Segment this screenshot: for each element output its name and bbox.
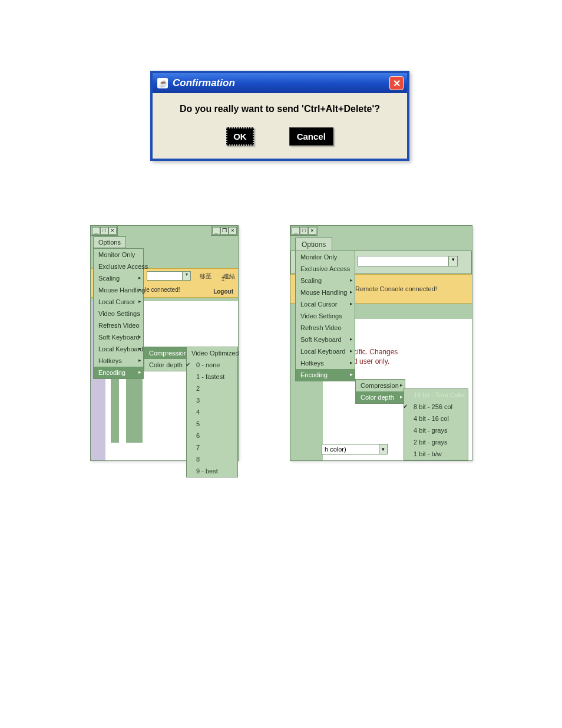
dialog-titlebar[interactable]: ☕ Confirmation ✕: [153, 73, 407, 93]
dialog-button-row: OK Cancel: [226, 127, 333, 146]
menu-monitor-only[interactable]: Monitor Only: [94, 249, 143, 261]
minimize-icon[interactable]: _: [292, 227, 300, 235]
menu-exclusive-access[interactable]: Exclusive Access: [296, 263, 355, 275]
options-menu: Monitor Only Exclusive Access Scaling Mo…: [295, 251, 355, 381]
menu-color-depth[interactable]: Color depth: [356, 391, 405, 403]
check-icon: ✔: [186, 361, 190, 368]
options-menu: Monitor Only Exclusive Access Scaling Mo…: [93, 248, 144, 379]
cd-4bit-16[interactable]: 4 bit - 16 col: [404, 413, 468, 424]
cd-8bit[interactable]: ✔8 bit - 256 col: [404, 401, 468, 413]
compression-submenu: Video Optimized ✔0 - none 1 - fastest 2 …: [186, 347, 238, 477]
options-panel-compression: _ □ × _ ❐ × Options ▾ 移至 連結 le connected…: [90, 225, 239, 461]
options-button[interactable]: Options: [295, 238, 332, 252]
close-icon[interactable]: ✕: [389, 76, 404, 90]
compression-0[interactable]: ✔0 - none: [187, 359, 237, 371]
menu-refresh-video[interactable]: Refresh Video: [94, 319, 143, 331]
menu-compression[interactable]: Compression: [356, 380, 405, 391]
compression-8[interactable]: 8: [187, 453, 237, 465]
menu-exclusive-access[interactable]: Exclusive Access: [94, 261, 143, 272]
close-icon[interactable]: ×: [108, 227, 117, 235]
colordepth-submenu: 16 bit - True Color ✔8 bit - 256 col 4 b…: [404, 388, 468, 460]
menu-mouse-handling[interactable]: Mouse Handling: [94, 284, 143, 296]
compression-4[interactable]: 4: [187, 406, 237, 418]
check-icon: ✔: [403, 403, 408, 410]
compression-5[interactable]: 5: [187, 418, 237, 430]
menu-hotkeys[interactable]: Hotkeys: [296, 357, 355, 369]
ok-button[interactable]: OK: [226, 127, 254, 146]
dialog-body: Do you really want to send 'Ctrl+Alt+Del…: [153, 93, 407, 159]
address-dropdown[interactable]: ▾: [147, 271, 191, 281]
maximize-icon[interactable]: □: [300, 227, 308, 235]
warning-note: cific. Changes d user only.: [353, 347, 398, 366]
close-icon[interactable]: ×: [308, 227, 316, 235]
compression-2[interactable]: 2: [187, 383, 237, 394]
status-connected: le connected!: [145, 286, 180, 293]
window-controls-right: _ ❐ ×: [211, 226, 238, 236]
menu-monitor-only[interactable]: Monitor Only: [296, 251, 355, 263]
restore-icon[interactable]: ❐: [220, 227, 229, 235]
dialog-title: Confirmation: [173, 77, 235, 89]
chevron-down-icon[interactable]: ▾: [182, 272, 190, 280]
dialog-message: Do you really want to send 'Ctrl+Alt+Del…: [180, 104, 380, 114]
logout-icon[interactable]: ↥: [218, 275, 227, 283]
cd-16bit: 16 bit - True Color: [404, 389, 468, 401]
minimize-icon[interactable]: _: [92, 227, 100, 235]
menu-scaling[interactable]: Scaling: [296, 275, 355, 286]
menu-soft-keyboard[interactable]: Soft Keyboard: [296, 334, 355, 345]
maximize-icon[interactable]: □: [100, 227, 108, 235]
java-icon: ☕: [157, 78, 168, 88]
cd-1bit-bw[interactable]: 1 bit - b/w: [404, 448, 468, 460]
cd-2bit-gray[interactable]: 2 bit - grays: [404, 436, 468, 448]
address-dropdown[interactable]: ▾: [358, 256, 458, 266]
window-controls: _ □ ×: [290, 226, 318, 236]
menu-local-cursor[interactable]: Local Cursor: [296, 298, 355, 310]
encoding-submenu: Compression Color depth: [355, 379, 405, 404]
compression-7[interactable]: 7: [187, 442, 237, 453]
menu-hotkeys[interactable]: Hotkeys: [94, 355, 143, 367]
color-select[interactable]: h color) ▾: [322, 444, 388, 454]
menu-scaling[interactable]: Scaling: [94, 272, 143, 284]
menu-video-settings[interactable]: Video Settings: [296, 310, 355, 322]
menu-video-settings[interactable]: Video Settings: [94, 308, 143, 319]
chevron-down-icon[interactable]: ▾: [379, 444, 387, 454]
compression-header[interactable]: Video Optimized: [187, 347, 237, 359]
compression-6[interactable]: 6: [187, 430, 237, 442]
logout-link[interactable]: Logout: [213, 288, 233, 295]
menu-local-keyboard[interactable]: Local Keyboard: [296, 345, 355, 357]
menu-local-keyboard[interactable]: Local Keyboard: [94, 343, 143, 355]
compression-1[interactable]: 1 - fastest: [187, 371, 237, 383]
cd-4bit-gray[interactable]: 4 bit - grays: [404, 424, 468, 436]
menu-local-cursor[interactable]: Local Cursor: [94, 296, 143, 308]
dialog-title-wrap: ☕ Confirmation: [157, 77, 235, 89]
menu-mouse-handling[interactable]: Mouse Handling: [296, 286, 355, 298]
minimize-icon[interactable]: _: [212, 227, 220, 235]
options-panel-colordepth: _ □ × Options ▾ Remote Console connected…: [290, 225, 472, 461]
menu-refresh-video[interactable]: Refresh Video: [296, 322, 355, 334]
window-controls-left: _ □ ×: [91, 226, 118, 236]
cancel-button[interactable]: Cancel: [289, 127, 333, 146]
compression-3[interactable]: 3: [187, 394, 237, 406]
options-button[interactable]: Options: [93, 236, 126, 248]
compression-9[interactable]: 9 - best: [187, 465, 237, 477]
menu-encoding[interactable]: Encoding: [94, 367, 143, 378]
confirmation-dialog: ☕ Confirmation ✕ Do you really want to s…: [150, 71, 409, 161]
menu-soft-keyboard[interactable]: Soft Keyboard: [94, 331, 143, 343]
status-connected: Remote Console connected!: [355, 285, 437, 292]
menu-encoding[interactable]: Encoding: [296, 369, 355, 381]
chevron-down-icon[interactable]: ▾: [448, 256, 457, 266]
toolbar-go-label[interactable]: 移至: [200, 272, 211, 281]
close-icon[interactable]: ×: [229, 227, 237, 235]
